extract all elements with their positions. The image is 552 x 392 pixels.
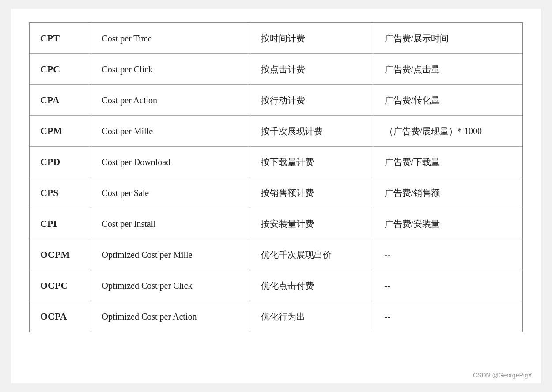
cell-english: Optimized Cost per Click [91, 270, 250, 301]
cell-english: Cost per Time [91, 23, 250, 54]
cell-formula: -- [374, 301, 523, 332]
cell-abbr: OCPM [29, 239, 91, 270]
table-row: CPD Cost per Download 按下载量计费 广告费/下载量 [29, 147, 523, 177]
cell-abbr: OCPA [29, 301, 91, 332]
cell-english: Cost per Action [91, 85, 250, 116]
cell-abbr: OCPC [29, 270, 91, 301]
page-wrapper: CPT Cost per Time 按时间计费 广告费/展示时间 CPC Cos… [11, 9, 541, 383]
cell-formula: 广告费/点击量 [374, 54, 523, 85]
cell-formula: 广告费/销售额 [374, 177, 523, 208]
cell-chinese: 按千次展现计费 [250, 116, 374, 147]
cell-english: Optimized Cost per Mille [91, 239, 250, 270]
table-row: OCPM Optimized Cost per Mille 优化千次展现出价 -… [29, 239, 523, 270]
table-row: CPC Cost per Click 按点击计费 广告费/点击量 [29, 54, 523, 85]
cell-chinese: 按下载量计费 [250, 147, 374, 177]
table-row: CPI Cost per Install 按安装量计费 广告费/安装量 [29, 208, 523, 239]
cell-formula: -- [374, 270, 523, 301]
cell-chinese: 按时间计费 [250, 23, 374, 54]
cell-abbr: CPT [29, 23, 91, 54]
cell-formula: 广告费/安装量 [374, 208, 523, 239]
cell-english: Cost per Mille [91, 116, 250, 147]
cell-abbr: CPM [29, 116, 91, 147]
cell-abbr: CPS [29, 177, 91, 208]
cell-chinese: 优化千次展现出价 [250, 239, 374, 270]
cell-english: Cost per Download [91, 147, 250, 177]
cell-chinese: 按安装量计费 [250, 208, 374, 239]
table-row: OCPC Optimized Cost per Click 优化点击付费 -- [29, 270, 523, 301]
cell-abbr: CPA [29, 85, 91, 116]
cell-abbr: CPC [29, 54, 91, 85]
cell-abbr: CPI [29, 208, 91, 239]
table-row: OCPA Optimized Cost per Action 优化行为出 -- [29, 301, 523, 332]
cell-formula: 广告费/展示时间 [374, 23, 523, 54]
watermark: CSDN @GeorgePigX [473, 372, 532, 379]
cell-formula: 广告费/转化量 [374, 85, 523, 116]
cell-chinese: 按点击计费 [250, 54, 374, 85]
table-row: CPT Cost per Time 按时间计费 广告费/展示时间 [29, 23, 523, 54]
cell-chinese: 优化点击付费 [250, 270, 374, 301]
cell-formula: -- [374, 239, 523, 270]
table-row: CPA Cost per Action 按行动计费 广告费/转化量 [29, 85, 523, 116]
cell-english: Cost per Sale [91, 177, 250, 208]
cell-english: Optimized Cost per Action [91, 301, 250, 332]
cell-english: Cost per Install [91, 208, 250, 239]
cell-chinese: 按行动计费 [250, 85, 374, 116]
cell-abbr: CPD [29, 147, 91, 177]
pricing-table: CPT Cost per Time 按时间计费 广告费/展示时间 CPC Cos… [29, 22, 523, 332]
table-row: CPS Cost per Sale 按销售额计费 广告费/销售额 [29, 177, 523, 208]
cell-chinese: 优化行为出 [250, 301, 374, 332]
cell-formula: （广告费/展现量）* 1000 [374, 116, 523, 147]
cell-chinese: 按销售额计费 [250, 177, 374, 208]
cell-english: Cost per Click [91, 54, 250, 85]
table-row: CPM Cost per Mille 按千次展现计费 （广告费/展现量）* 10… [29, 116, 523, 147]
cell-formula: 广告费/下载量 [374, 147, 523, 177]
